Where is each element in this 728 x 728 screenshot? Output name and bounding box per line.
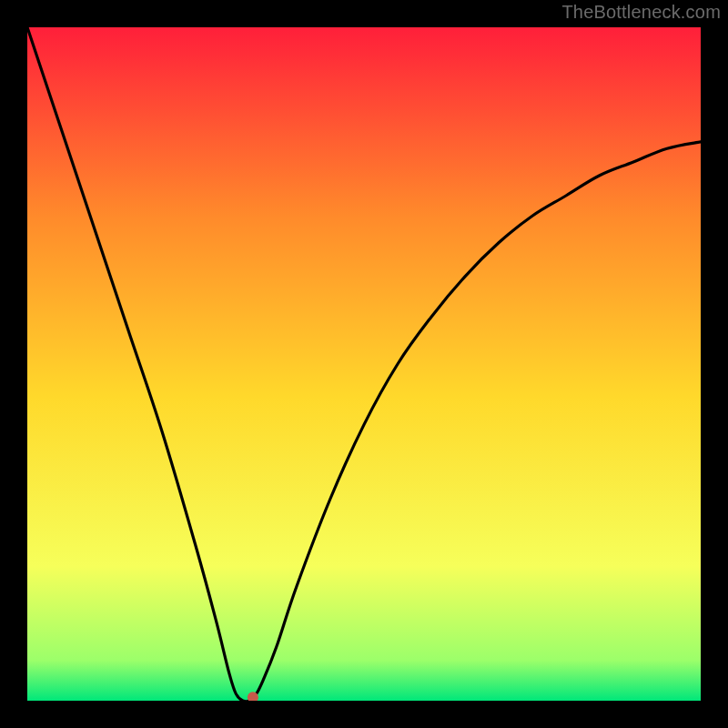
chart-svg [27, 27, 701, 701]
plot-area [27, 27, 701, 701]
watermark-text: TheBottleneck.com [561, 2, 721, 23]
gradient-background [27, 27, 701, 701]
chart-frame: TheBottleneck.com [0, 0, 728, 728]
